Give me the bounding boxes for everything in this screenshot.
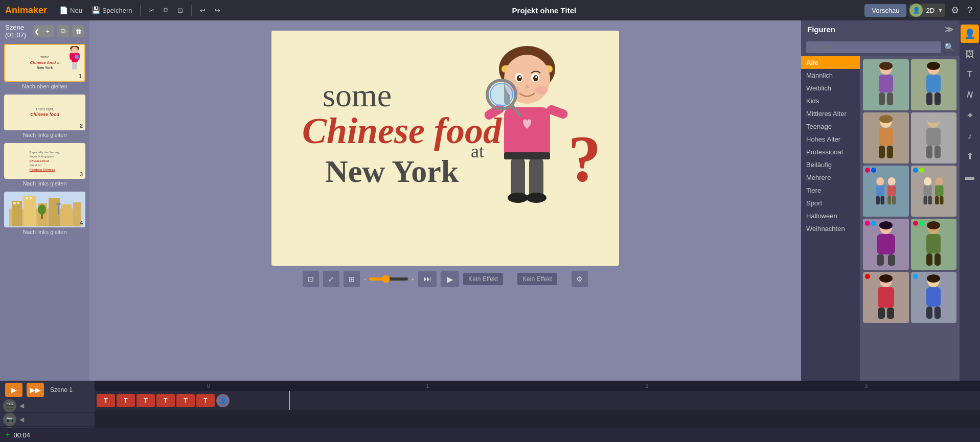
background-tool-button[interactable]: ▬ [961,168,979,186]
track-block-T6[interactable]: T [196,394,215,407]
figure-card-3[interactable] [863,112,909,164]
add-scene-button[interactable]: + [41,25,54,37]
category-weihnachten[interactable]: Weihnachten [801,222,860,235]
track-block-T3[interactable]: T [136,394,155,407]
scene-thumbnail-2[interactable]: That's right, Chinese food 2 [4,95,85,130]
track-block-char[interactable]: 👤 [216,394,230,407]
figure-card-4[interactable] [911,112,957,164]
duplicate-scene-button[interactable]: ⧉ [57,25,69,37]
category-hohes-alter[interactable]: Hohes Alter [801,133,860,146]
camera-track-collapse[interactable]: ◀ [19,416,24,423]
svg-rect-90 [888,254,895,266]
new-button[interactable]: 📄 Neu [56,5,85,16]
category-mehrere[interactable]: Mehrere [801,171,860,184]
category-sport[interactable]: Sport [801,197,860,210]
scenes-title: Szene (01:07) [5,24,33,39]
zoom-slider[interactable] [368,275,409,283]
svg-rect-81 [935,185,944,196]
ruler-mark-2: 2 [537,383,757,389]
figures-search-input[interactable] [806,41,941,53]
scene-thumbnail-3[interactable]: Especially the Yummy, finger licking goo… [4,143,85,179]
cut-button[interactable]: ✂ [146,5,157,16]
figure-card-8[interactable] [911,219,957,270]
category-weiblich[interactable]: Weiblich [801,82,860,95]
mode-select[interactable]: 👤 2D ▼ [909,4,945,17]
mode-dropdown-arrow: ▼ [938,7,945,13]
grid-toggle-button[interactable]: ⊞ [344,271,360,287]
figure-card-10[interactable] [911,272,957,323]
text-tool-button[interactable]: T [961,65,979,84]
scene-number-2: 2 [80,123,83,129]
paste-button[interactable]: ⊡ [174,5,186,16]
expand-view-button[interactable]: ⤢ [323,271,339,287]
redo-button[interactable]: ↪ [212,5,223,16]
svg-rect-4 [72,62,75,69]
play-button[interactable]: ▶ [441,271,459,287]
category-mittleres-alter[interactable]: Mittleres Alter [801,107,860,120]
svg-rect-45 [511,157,525,198]
effects-tool-button[interactable]: ✦ [961,106,979,125]
svg-point-21 [38,204,46,215]
category-tiere[interactable]: Tiere [801,184,860,197]
scene-thumbnail-4[interactable]: 4 [4,192,85,227]
music-tool-button[interactable]: ♪ [961,127,979,145]
settings-button[interactable]: ⚙ [948,4,962,17]
effect-select-2[interactable]: Kein Effekt [517,273,557,285]
figures-collapse-button[interactable]: ≫ [945,25,953,34]
slide-canvas[interactable]: some Chinese food at New York ? [271,31,619,266]
figure-card-5[interactable] [863,166,909,217]
undo-button[interactable]: ↩ [197,5,209,16]
svg-rect-73 [887,185,896,196]
svg-rect-19 [30,197,32,199]
fit-view-button[interactable]: ⊡ [303,271,319,287]
track-block-T4[interactable]: T [156,394,175,407]
separator-2 [191,5,192,16]
ruler-marks: 0 1 2 3 [99,383,976,389]
upload-tool-button[interactable]: ⬆ [961,147,979,166]
category-professional[interactable]: Professional [801,146,860,158]
help-button[interactable]: ? [965,4,975,17]
scene-label-4: Nach links gleiten [4,227,85,238]
effect-select-1[interactable]: Kein Effekt [463,273,503,285]
category-halloween[interactable]: Halloween [801,210,860,222]
remove-time-button[interactable]: - [33,430,36,440]
figure-card-9[interactable] [863,272,909,323]
copy-button[interactable]: ⧉ [161,5,171,16]
character-tool-button[interactable]: 👤 [961,25,979,43]
title-tool-button[interactable]: N [961,86,979,104]
category-teenage[interactable]: Teenage [801,120,860,133]
track-block-T1[interactable]: T [97,394,115,407]
category-beilaeufig[interactable]: Beiläufig [801,158,860,171]
save-button[interactable]: 💾 Speichern [88,5,135,16]
figure-card-2[interactable] [911,59,957,110]
play-scene-button[interactable]: ▶ [5,383,22,397]
figure-card-6[interactable] [911,166,957,217]
figure-card-7[interactable] [863,219,909,270]
video-track-collapse[interactable]: ◀ [19,402,24,409]
svg-point-33 [519,76,521,78]
track-block-T2[interactable]: T [117,394,135,407]
category-kids[interactable]: Kids [801,95,860,107]
svg-point-8 [75,55,79,59]
preview-button[interactable]: Vorschau [864,4,906,17]
svg-point-32 [533,75,538,81]
step-play-button[interactable]: ⏭ [418,271,437,287]
figure-card-1[interactable] [863,59,909,110]
play-scene-full-button[interactable]: ▶▶ [27,383,44,397]
svg-rect-82 [924,196,928,205]
category-maennlich[interactable]: Männlich [801,69,860,82]
svg-rect-46 [529,157,543,198]
track-block-T5[interactable]: T [176,394,195,407]
delete-scene-button[interactable]: 🗑 [72,25,84,37]
image-tool-button[interactable]: 🖼 [961,45,979,63]
scenes-collapse-button[interactable]: ❮ [33,25,41,37]
scene-thumbnail-1[interactable]: some Chinese food at New York [4,44,85,82]
add-time-button[interactable]: + [5,430,11,440]
search-button[interactable]: 🔍 [944,42,954,52]
figures-title: Figuren [807,25,835,34]
scene-number-3: 3 [80,171,83,177]
category-alle[interactable]: Alle [801,56,860,69]
figure-svg-9 [871,274,901,320]
effect-settings-button[interactable]: ⚙ [572,271,588,287]
figure-svg-5 [871,168,901,214]
